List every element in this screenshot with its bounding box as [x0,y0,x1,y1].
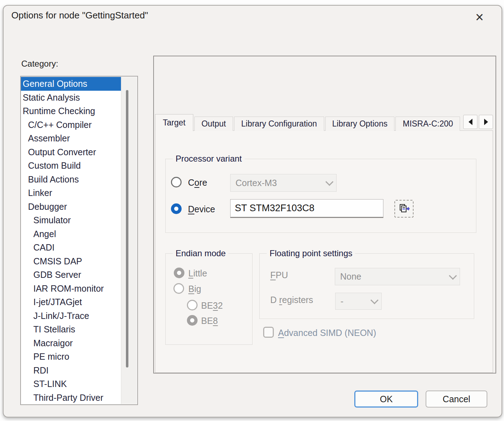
d-registers-dropdown-value: - [340,296,343,307]
device-browse-button[interactable] [394,200,414,218]
close-icon[interactable]: × [471,9,488,26]
device-input[interactable] [230,199,383,218]
core-dropdown: Cortex-M3 [230,174,337,192]
chevron-down-icon [371,296,379,304]
tab-output[interactable]: Output [194,117,233,131]
endian-be8-radio [187,315,198,326]
category-item[interactable]: CMSIS DAP [21,254,121,268]
category-item[interactable]: TI Stellaris [21,322,121,336]
d-registers-dropdown: - [335,293,382,310]
category-item[interactable]: Third-Party Driver [21,391,121,404]
category-listbox: General OptionsStatic AnalysisRuntime Ch… [20,76,138,405]
cancel-button[interactable]: Cancel [426,391,487,408]
processor-variant-title: Processor variant [173,154,245,164]
category-item[interactable]: J-Link/J-Trace [21,309,121,323]
category-item[interactable]: General Options [21,77,121,91]
arrow-left-icon [469,119,472,125]
category-item[interactable]: Runtime Checking [21,104,121,118]
endian-be32-radio [187,300,198,310]
category-item[interactable]: Output Converter [21,145,121,159]
advanced-simd-checkbox [263,327,274,338]
endian-big-label: Big [188,284,201,294]
device-selection-icon [398,203,410,214]
tab-scroll-right-button[interactable] [479,115,493,129]
endian-be8-label: BE8 [201,316,218,326]
category-item[interactable]: Angel [21,227,121,241]
category-list-items: General OptionsStatic AnalysisRuntime Ch… [21,77,121,404]
options-dialog: Options for node "GettingStarted" × Cate… [3,5,502,417]
category-item[interactable]: ST-LINK [21,377,121,391]
tab-misra-c-200[interactable]: MISRA-C:200 [395,117,460,131]
tab-target[interactable]: Target [155,114,193,131]
chevron-down-icon [449,271,457,280]
ok-button[interactable]: OK [354,391,418,408]
category-item[interactable]: IAR ROM-monitor [21,282,121,296]
core-dropdown-value: Cortex-M3 [236,178,277,188]
category-item[interactable]: CADI [21,241,121,254]
fpu-dropdown-value: None [340,271,361,282]
screenshot-canvas: Options for node "GettingStarted" × Cate… [0,0,504,421]
endian-mode-title: Endian mode [173,248,228,258]
fpu-dropdown: None [335,268,460,285]
category-item[interactable]: C/C++ Compiler [21,118,121,132]
core-radio-label[interactable]: Core [188,178,207,188]
scrollbar-thumb[interactable] [126,90,128,367]
advanced-simd-label: Advanced SIMD (NEON) [278,328,376,338]
endian-little-label: Little [188,268,207,279]
tab-scroll-left-button[interactable] [463,115,477,129]
processor-variant-group: Processor variant Core Cortex-M3 Device [165,159,476,233]
category-item[interactable]: GDB Server [21,268,121,282]
category-item[interactable]: RDI [21,364,121,377]
category-item[interactable]: Assembler [21,131,121,145]
device-radio[interactable] [171,203,182,214]
category-item[interactable]: I-jet/JTAGjet [21,295,121,309]
endian-big-radio [173,283,184,294]
target-tab-page: Processor variant Core Cortex-M3 Device [155,130,493,373]
tab-strip: TargetOutputLibrary ConfigurationLibrary… [155,113,493,131]
tab-scroll-buttons [463,115,493,129]
dialog-title: Options for node "GettingStarted" [11,10,148,21]
endian-little-radio [174,268,184,278]
tab-library-options[interactable]: Library Options [325,117,395,131]
category-item[interactable]: Debugger [21,200,121,214]
category-scrollbar[interactable] [121,77,137,404]
arrow-right-icon [484,119,488,125]
floating-point-group: Floating point settings FPU None D regis… [259,253,474,319]
fpu-label: FPU [270,270,288,280]
floating-point-title: Floating point settings [267,248,355,258]
tab-library-configuration[interactable]: Library Configuration [234,117,324,131]
category-item[interactable]: Macraigor [21,336,121,350]
endian-be32-label: BE32 [201,301,223,311]
category-item[interactable]: Linker [21,186,121,200]
core-radio[interactable] [171,177,182,187]
chevron-down-icon [326,178,334,186]
category-item[interactable]: Custom Build [21,159,121,173]
category-item[interactable]: Simulator [21,213,121,227]
d-registers-label: D registers [270,295,313,305]
category-label: Category: [21,59,58,69]
endian-mode-group: Endian mode Little Big BE32 BE8 [165,253,253,345]
category-item[interactable]: Static Analysis [21,91,121,105]
category-item[interactable]: PE micro [21,350,121,364]
category-item[interactable]: Build Actions [21,173,121,186]
device-radio-label[interactable]: Device [188,204,215,214]
